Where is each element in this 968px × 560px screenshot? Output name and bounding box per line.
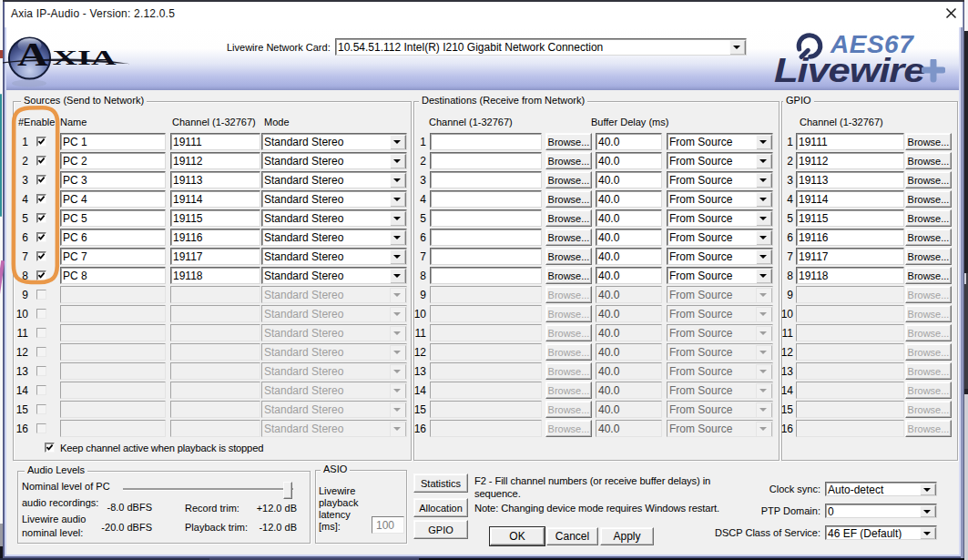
svg-text:A: A [17,36,48,73]
svg-text:XIA: XIA [53,46,117,69]
